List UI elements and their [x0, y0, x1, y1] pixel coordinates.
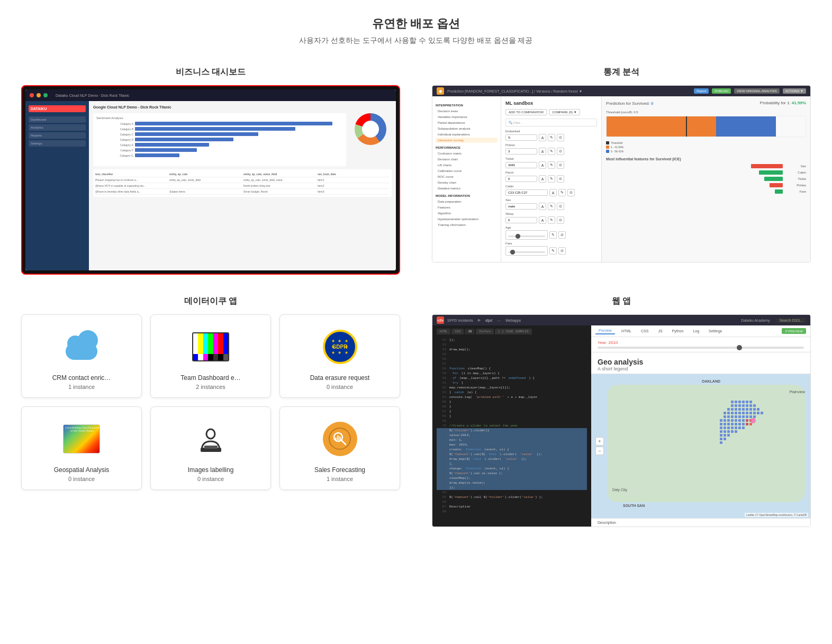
app-card-sales[interactable]: Sales Forecasting 1 instance [279, 406, 400, 490]
preview-tab-log[interactable]: Log [690, 328, 702, 334]
dash-nav-3[interactable]: Reports [29, 132, 86, 139]
nav-training[interactable]: Training information [436, 222, 498, 228]
nav-density[interactable]: Density chart [436, 180, 498, 185]
sibsp-icon-2[interactable]: ✎ [548, 216, 555, 224]
app-card-geo[interactable]: Consolidating Data Resource of the Unite… [21, 406, 142, 490]
cloud-icon [63, 333, 100, 360]
nav-subpopulation[interactable]: Subpopulation analysis [436, 126, 498, 131]
sibsp-icon-3[interactable]: ⊙ [557, 216, 564, 224]
sex-icon-2[interactable]: ✎ [548, 203, 555, 210]
tab-js[interactable]: JS [465, 329, 475, 334]
embarked-icon-3[interactable]: ⊙ [557, 134, 564, 141]
publish-btn[interactable]: PUBLISH [712, 88, 731, 94]
nav-algorithm[interactable]: Algorithm [436, 211, 498, 216]
nav-lift[interactable]: Lift charts [436, 162, 498, 168]
preview-btn[interactable]: ↺ PREVIEW [782, 328, 806, 334]
fare-icon-1[interactable]: ✎ [549, 247, 557, 255]
webapp-search[interactable]: Search DSS... [776, 318, 806, 323]
pclass-icon-3[interactable]: ⊙ [557, 148, 564, 155]
nav-features[interactable]: Features [436, 205, 498, 210]
nav-variables[interactable]: Variables importance [436, 114, 498, 120]
parch-icon-3[interactable]: ⊙ [557, 175, 564, 183]
app-card-crm[interactable]: CRM contact enric… 1 instance [21, 314, 142, 398]
sibsp-input[interactable] [505, 217, 537, 223]
ticket-input[interactable] [505, 162, 537, 168]
preview-tab-preview[interactable]: Preview [595, 328, 615, 334]
pclass-input[interactable] [505, 148, 537, 155]
ice-row-fare: Fare [606, 189, 806, 194]
sex-icon-1[interactable]: A [539, 203, 546, 210]
year-slider[interactable] [598, 347, 804, 349]
parch-input[interactable] [505, 176, 537, 182]
nav-detailed[interactable]: Detailed metrics [436, 186, 498, 191]
nav-calibration[interactable]: Calibration curve [436, 168, 498, 174]
zoom-in-btn[interactable]: + [595, 437, 604, 446]
pclass-icon-2[interactable]: ✎ [548, 148, 555, 155]
code-text-66: } [449, 404, 451, 409]
tab-code-samples[interactable]: { } CODE SAMPLES [495, 329, 532, 334]
ticket-icon-3[interactable]: ⊙ [557, 161, 564, 169]
dash-nav-2[interactable]: Analytics [29, 124, 86, 131]
embarked-input[interactable] [505, 134, 537, 141]
cabin-icon-2[interactable]: ✎ [558, 189, 566, 196]
filter-input[interactable]: 🔍 Filter... [505, 119, 597, 126]
parch-icon-1[interactable]: A [539, 175, 546, 183]
app-card-gdpr[interactable]: ★ ★ ★ ★ ★ ★ ★ ★ ★ GDPR Data erasure [279, 314, 400, 398]
preview-map[interactable]: OAKLAND Plainview Daly City SOUTH SAN + … [591, 374, 810, 518]
sex-icon-3[interactable]: ⊙ [557, 203, 564, 210]
dash-nav-4[interactable]: Settings [29, 140, 86, 147]
nav-decision-trees[interactable]: Decision trees [436, 108, 498, 114]
embarked-icon-2[interactable]: ✎ [548, 134, 555, 141]
age-icon-1[interactable]: ✎ [549, 231, 557, 239]
actions-btn[interactable]: ACTIONS ▼ [783, 88, 806, 94]
code-kw-61: try [453, 380, 458, 385]
preview-tab-settings[interactable]: Settings [706, 328, 725, 334]
tv-test-pattern-icon [192, 332, 229, 361]
pclass-icon-1[interactable]: A [539, 148, 546, 155]
embarked-icon-1[interactable]: A [539, 134, 546, 141]
nav-partial[interactable]: Partial dependence [436, 120, 498, 125]
code-text-77c: )); [521, 457, 527, 461]
col-4: sec, bool, date [318, 173, 390, 176]
nav-individual[interactable]: Individual explanations [436, 132, 498, 137]
ticket-icon-2[interactable]: ✎ [548, 161, 555, 169]
linenum-55: 55 [437, 352, 446, 357]
sibsp-icon-1[interactable]: A [539, 216, 546, 224]
preview-tab-css[interactable]: CSS [638, 328, 652, 334]
parch-icon-2[interactable]: ✎ [548, 175, 555, 183]
add-comparator-btn[interactable]: ADD TO COMPARATOR [505, 109, 547, 115]
nav-hyperparam[interactable]: Hyperparameter optimization [436, 216, 498, 222]
nav-confusion[interactable]: Confusion matrix [436, 151, 498, 156]
preview-tab-html[interactable]: HTML [618, 328, 635, 334]
sex-input[interactable] [505, 203, 537, 210]
preview-tab-python[interactable]: Python [669, 328, 687, 334]
fare-icon-2[interactable]: ⊙ [558, 247, 566, 255]
cabin-icon-1[interactable]: A [549, 189, 557, 196]
cabin-icon-3[interactable]: ⊙ [567, 189, 575, 196]
nav-roc[interactable]: ROC curve [436, 174, 498, 179]
tab-python[interactable]: Python [476, 329, 494, 334]
app-card-images[interactable]: Images labelling 0 instance [150, 406, 271, 490]
app-card-team[interactable]: Team Dashboard e… 2 instances [150, 314, 271, 398]
fare-slider-thumb[interactable] [510, 250, 515, 255]
tab-html[interactable]: HTML [437, 329, 450, 334]
nav-interactive-scoring[interactable]: Interactive scoring [436, 138, 498, 143]
tab-css[interactable]: CSS [451, 329, 464, 334]
nav-decision-chart[interactable]: Decision chart [436, 157, 498, 162]
ticket-icon-1[interactable]: A [539, 161, 546, 169]
cabin-input[interactable] [505, 189, 548, 196]
dash-nav-1[interactable]: Dashboard [29, 116, 86, 123]
analysis-btn[interactable]: VIEW ORIGINAL ANALYSIS [734, 88, 780, 94]
nav-data-prep[interactable]: Data preparation [436, 199, 498, 204]
geo-title: Geo analysis [598, 358, 804, 366]
report-btn[interactable]: Report [694, 88, 709, 94]
compare-btn[interactable]: COMPARE (0) ▼ [549, 109, 580, 115]
tv-bottom-2 [198, 354, 203, 360]
zoom-out-btn[interactable]: − [595, 447, 604, 455]
preview-tab-js[interactable]: JS [655, 328, 665, 334]
app-icon-images [159, 418, 262, 460]
slider-thumb[interactable] [737, 345, 742, 350]
prediction-bar-chart [606, 116, 806, 137]
age-slider-thumb[interactable] [516, 234, 520, 239]
age-icon-2[interactable]: ⊙ [558, 231, 566, 239]
